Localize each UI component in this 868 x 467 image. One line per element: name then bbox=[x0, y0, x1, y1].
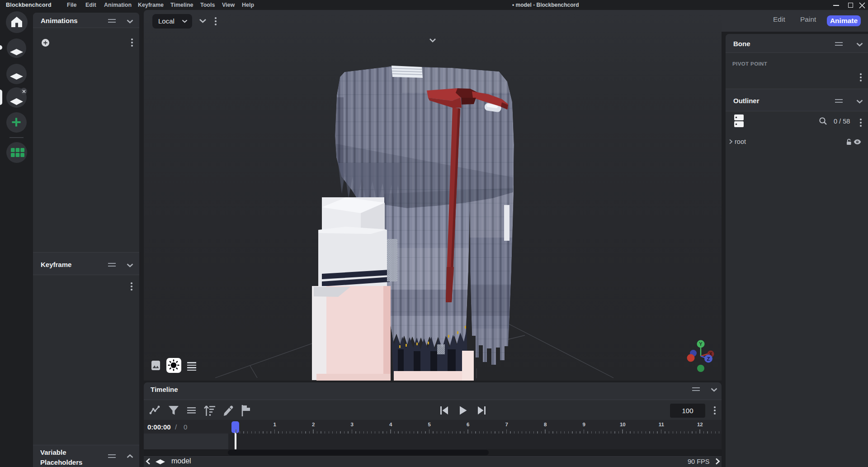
svg-text:Y: Y bbox=[699, 341, 703, 347]
svg-text:Z: Z bbox=[707, 356, 710, 362]
